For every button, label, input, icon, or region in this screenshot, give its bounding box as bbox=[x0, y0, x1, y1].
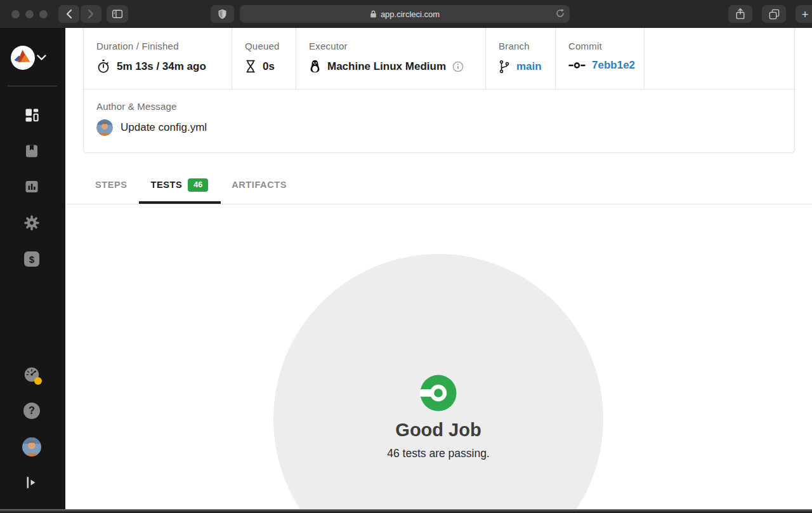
traffic-light-close[interactable] bbox=[11, 10, 20, 18]
commit-message: Update config.yml bbox=[121, 121, 207, 134]
expand-panel-icon bbox=[24, 475, 39, 490]
insights-chart-icon bbox=[24, 179, 39, 194]
stats-filler bbox=[645, 28, 794, 89]
stat-queued: Queued 0s bbox=[232, 28, 296, 89]
sidebar-item-insights[interactable] bbox=[23, 178, 40, 195]
job-tabs: STEPS TESTS 46 ARTIFACTS bbox=[95, 174, 287, 196]
tab-artifacts[interactable]: ARTIFACTS bbox=[232, 180, 287, 190]
org-switcher[interactable] bbox=[11, 46, 35, 70]
tab-steps[interactable]: STEPS bbox=[95, 180, 128, 190]
user-avatar bbox=[22, 437, 41, 456]
duration-value: 5m 13s / 34m ago bbox=[117, 60, 206, 73]
tab-tests[interactable]: TESTS 46 bbox=[151, 178, 209, 192]
job-stats-row: Duration / Finished 5m 13s / 34m ago Que… bbox=[84, 28, 794, 90]
sidebar-item-help[interactable]: ? bbox=[23, 403, 40, 419]
tab-overview-icon bbox=[768, 8, 780, 20]
stat-label: Commit bbox=[568, 41, 644, 51]
result-title: Good Job bbox=[273, 420, 603, 441]
stat-label: Branch bbox=[499, 41, 555, 51]
traffic-light-minimize[interactable] bbox=[25, 10, 34, 18]
stat-label: Executor bbox=[309, 41, 485, 51]
stat-duration: Duration / Finished 5m 13s / 34m ago bbox=[84, 28, 232, 89]
chevron-left-icon bbox=[65, 9, 72, 19]
sidebar-toggle-button[interactable] bbox=[107, 5, 128, 23]
dashboard-icon bbox=[24, 107, 39, 123]
author-section: Author & Message bbox=[84, 90, 794, 136]
sidebar-item-settings[interactable] bbox=[23, 215, 40, 231]
expand-sidebar-button[interactable] bbox=[23, 474, 40, 491]
author-avatar bbox=[96, 119, 113, 136]
stat-executor: Executor Machine Linux Medium bbox=[296, 28, 486, 89]
privacy-report-button[interactable] bbox=[211, 5, 234, 23]
lock-icon bbox=[370, 10, 377, 18]
back-button[interactable] bbox=[58, 5, 79, 23]
tabs-baseline-divider bbox=[65, 204, 812, 204]
stat-label: Duration / Finished bbox=[96, 41, 232, 51]
executor-value: Machine Linux Medium bbox=[327, 60, 446, 73]
git-branch-icon bbox=[499, 59, 510, 74]
sidebar: $ ? bbox=[0, 28, 65, 513]
main-content: Duration / Finished 5m 13s / 34m ago Que… bbox=[65, 28, 812, 513]
app-window: $ ? bbox=[0, 28, 812, 513]
sidebar-divider bbox=[8, 86, 57, 86]
browser-chrome: app.circleci.com + bbox=[0, 0, 812, 28]
hourglass-icon bbox=[245, 59, 256, 74]
result-subtitle: 46 tests are passing. bbox=[273, 447, 603, 460]
reload-icon bbox=[555, 8, 565, 18]
sidebar-item-dashboard[interactable] bbox=[23, 107, 40, 123]
info-icon[interactable] bbox=[452, 61, 464, 72]
stat-label: Queued bbox=[245, 41, 296, 51]
tests-count-badge: 46 bbox=[188, 178, 208, 192]
sidebar-item-projects[interactable] bbox=[23, 143, 40, 159]
circleci-logo-icon bbox=[420, 375, 457, 414]
shield-icon bbox=[218, 8, 227, 20]
forward-button[interactable] bbox=[81, 5, 102, 23]
org-logo-matlab-icon bbox=[11, 46, 35, 70]
stopwatch-icon bbox=[96, 59, 110, 74]
sidebar-item-status[interactable] bbox=[23, 366, 40, 383]
share-button[interactable] bbox=[728, 5, 752, 23]
share-icon bbox=[735, 8, 746, 20]
traffic-light-zoom[interactable] bbox=[39, 10, 48, 18]
plus-icon: + bbox=[801, 8, 808, 20]
git-commit-icon bbox=[568, 62, 586, 69]
queued-value: 0s bbox=[263, 60, 275, 73]
author-avatar-image bbox=[96, 119, 113, 136]
gear-icon bbox=[23, 215, 40, 231]
projects-bookmark-icon bbox=[24, 143, 39, 159]
linux-penguin-icon bbox=[309, 59, 321, 74]
show-tabs-button[interactable] bbox=[762, 5, 786, 23]
chevron-down-icon bbox=[37, 55, 46, 61]
chevron-right-icon bbox=[88, 9, 95, 19]
reload-button[interactable] bbox=[555, 8, 565, 21]
job-summary-card: Duration / Finished 5m 13s / 34m ago Que… bbox=[83, 28, 795, 153]
new-tab-button[interactable]: + bbox=[796, 5, 812, 23]
org-chevron-button[interactable] bbox=[37, 52, 46, 63]
url-text: app.circleci.com bbox=[381, 10, 440, 19]
sidebar-panel-icon bbox=[111, 8, 124, 20]
user-avatar-button[interactable] bbox=[22, 437, 41, 456]
commit-link[interactable]: 7ebb1e2 bbox=[592, 59, 635, 72]
author-label: Author & Message bbox=[96, 101, 794, 112]
address-bar[interactable]: app.circleci.com bbox=[240, 5, 570, 23]
dollar-icon: $ bbox=[24, 251, 39, 267]
branch-link[interactable]: main bbox=[516, 60, 542, 73]
sidebar-item-plan[interactable]: $ bbox=[23, 251, 40, 267]
stat-branch: Branch main bbox=[486, 28, 556, 89]
status-indicator-dot bbox=[34, 377, 42, 385]
stat-commit: Commit 7ebb1e2 bbox=[556, 28, 645, 89]
question-mark-icon: ? bbox=[23, 403, 40, 419]
window-bottom-edge bbox=[0, 509, 812, 513]
